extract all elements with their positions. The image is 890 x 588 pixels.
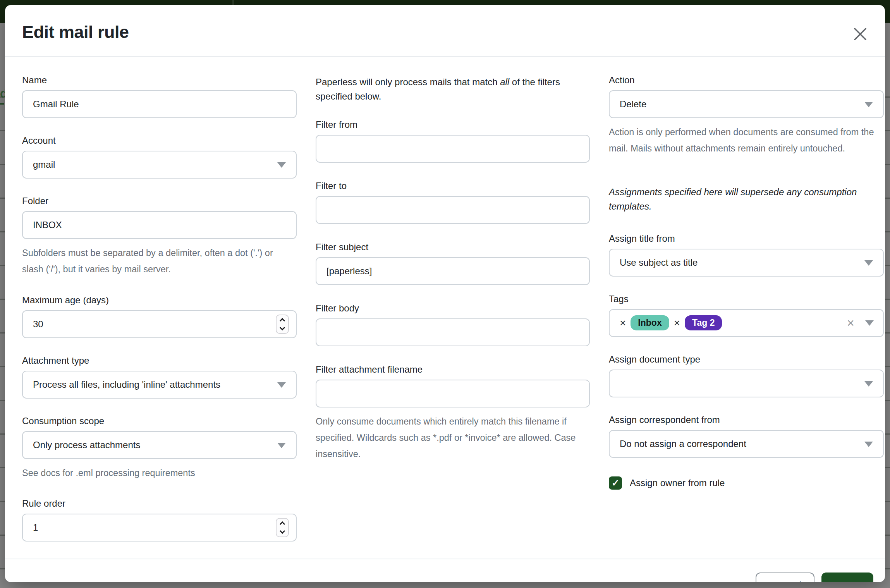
column-filters: Paperless will only process mails that m… <box>316 75 590 559</box>
filter-attachment-filename-label: Filter attachment filename <box>316 364 590 375</box>
maximum-age-value: 30 <box>33 319 43 330</box>
name-field-group: Name <box>22 75 297 118</box>
assign-document-type-field-group: Assign document type <box>609 354 884 397</box>
filter-attachment-filename-field-group: Filter attachment filename Only consume … <box>316 364 590 462</box>
filter-body-input[interactable] <box>316 318 590 346</box>
edit-mail-rule-dialog: Edit mail rule Name Account gmail <box>5 5 885 582</box>
remove-tag-icon[interactable]: × <box>674 317 680 329</box>
rule-order-field-group: Rule order 1 <box>22 498 297 542</box>
check-icon: ✓ <box>612 478 619 488</box>
chevron-down-icon <box>277 382 286 388</box>
attachment-type-select[interactable]: Process all files, including 'inline' at… <box>22 371 297 399</box>
spinner-buttons-icon[interactable] <box>276 315 289 334</box>
filter-from-input[interactable] <box>316 135 590 163</box>
account-select[interactable]: gmail <box>22 151 297 179</box>
save-button[interactable]: Save <box>821 573 873 582</box>
dialog-title: Edit mail rule <box>22 22 868 42</box>
assign-title-from-selected-value: Use subject as title <box>620 257 698 268</box>
account-label: Account <box>22 135 297 146</box>
assignments-note: Assignments specified here will supersed… <box>609 185 884 214</box>
chevron-down-icon <box>864 381 873 387</box>
column-general: Name Account gmail Folder Subfolders mus… <box>22 75 297 559</box>
filter-subject-label: Filter subject <box>316 242 590 253</box>
chevron-down-icon <box>280 528 285 534</box>
tag-chip-inbox[interactable]: Inbox <box>631 315 669 330</box>
cancel-button[interactable]: Cancel <box>756 573 814 582</box>
tags-label: Tags <box>609 294 884 304</box>
tag-chip-tag2[interactable]: Tag 2 <box>685 315 722 330</box>
filter-body-field-group: Filter body <box>316 303 590 346</box>
tags-input-controls: × <box>847 310 874 336</box>
filter-from-field-group: Filter from <box>316 119 590 163</box>
column-actions: Action Delete Action is only performed w… <box>609 75 884 559</box>
folder-input[interactable] <box>22 211 297 239</box>
filter-subject-field-group: Filter subject <box>316 242 590 285</box>
assign-document-type-label: Assign document type <box>609 354 884 365</box>
maximum-age-field-group: Maximum age (days) 30 <box>22 295 297 338</box>
consumption-scope-label: Consumption scope <box>22 416 297 426</box>
clear-tags-icon[interactable]: × <box>847 316 854 330</box>
filter-subject-input[interactable] <box>316 257 590 285</box>
chevron-down-icon <box>864 102 873 107</box>
intro-text-emphasis: all <box>500 77 509 87</box>
close-icon <box>852 26 869 43</box>
chevron-down-icon <box>864 442 873 447</box>
chevron-down-icon <box>864 260 873 266</box>
assign-owner-checkbox-row[interactable]: ✓ Assign owner from rule <box>609 476 884 490</box>
chevron-up-icon <box>280 318 285 323</box>
remove-tag-icon[interactable]: × <box>620 317 626 329</box>
action-field-group: Action Delete Action is only performed w… <box>609 75 884 157</box>
folder-label: Folder <box>22 196 297 206</box>
chevron-down-icon <box>280 325 285 330</box>
assign-document-type-select[interactable] <box>609 370 884 397</box>
chevron-up-icon <box>280 521 285 527</box>
background-text-fragment: d <box>0 87 5 101</box>
chevron-down-icon <box>277 443 286 448</box>
name-input[interactable] <box>22 90 297 118</box>
maximum-age-label: Maximum age (days) <box>22 295 297 306</box>
filter-to-field-group: Filter to <box>316 181 590 224</box>
spinner-buttons-icon[interactable] <box>276 518 289 537</box>
filter-attachment-filename-help-text: Only consume documents which entirely ma… <box>316 414 590 462</box>
assign-owner-checkbox[interactable]: ✓ <box>609 476 622 490</box>
assign-correspondent-from-select[interactable]: Do not assign a correspondent <box>609 430 884 458</box>
consumption-scope-help-text: See docs for .eml processing requirement… <box>22 465 297 481</box>
action-select[interactable]: Delete <box>609 90 884 118</box>
rule-order-stepper[interactable]: 1 <box>22 514 297 542</box>
assign-title-from-select[interactable]: Use subject as title <box>609 249 884 277</box>
close-button[interactable] <box>851 25 869 44</box>
background-link-underline <box>0 103 4 105</box>
folder-field-group: Folder Subfolders must be separated by a… <box>22 196 297 278</box>
assign-title-from-field-group: Assign title from Use subject as title <box>609 233 884 277</box>
filter-body-label: Filter body <box>316 303 590 314</box>
intro-text-before: Paperless will only process mails that m… <box>316 77 500 87</box>
account-field-group: Account gmail <box>22 135 297 179</box>
dialog-footer: Cancel Save <box>5 559 885 582</box>
account-selected-value: gmail <box>33 159 55 170</box>
chevron-down-icon[interactable] <box>865 320 874 326</box>
filter-to-input[interactable] <box>316 196 590 224</box>
filter-attachment-filename-input[interactable] <box>316 380 590 407</box>
tags-field-group: Tags × Inbox × Tag 2 × <box>609 294 884 337</box>
assign-title-from-label: Assign title from <box>609 233 884 244</box>
folder-help-text: Subfolders must be separated by a delimi… <box>22 245 297 278</box>
consumption-scope-field-group: Consumption scope Only process attachmen… <box>22 416 297 481</box>
consumption-scope-selected-value: Only process attachments <box>33 440 140 450</box>
attachment-type-selected-value: Process all files, including 'inline' at… <box>33 379 220 390</box>
dialog-body: Name Account gmail Folder Subfolders mus… <box>5 57 885 559</box>
attachment-type-field-group: Attachment type Process all files, inclu… <box>22 355 297 399</box>
filters-intro-text: Paperless will only process mails that m… <box>316 75 590 104</box>
rule-order-label: Rule order <box>22 498 297 509</box>
chevron-down-icon <box>277 162 286 168</box>
tags-input[interactable]: × Inbox × Tag 2 × <box>609 309 884 337</box>
assign-owner-label: Assign owner from rule <box>630 478 725 488</box>
dialog-header: Edit mail rule <box>5 5 885 57</box>
filter-from-label: Filter from <box>316 119 590 130</box>
maximum-age-stepper[interactable]: 30 <box>22 310 297 338</box>
action-help-text: Action is only performed when documents … <box>609 124 884 157</box>
action-label: Action <box>609 75 884 86</box>
consumption-scope-select[interactable]: Only process attachments <box>22 431 297 459</box>
action-selected-value: Delete <box>620 99 646 110</box>
rule-order-value: 1 <box>33 522 38 533</box>
background-table-left <box>0 64 5 588</box>
